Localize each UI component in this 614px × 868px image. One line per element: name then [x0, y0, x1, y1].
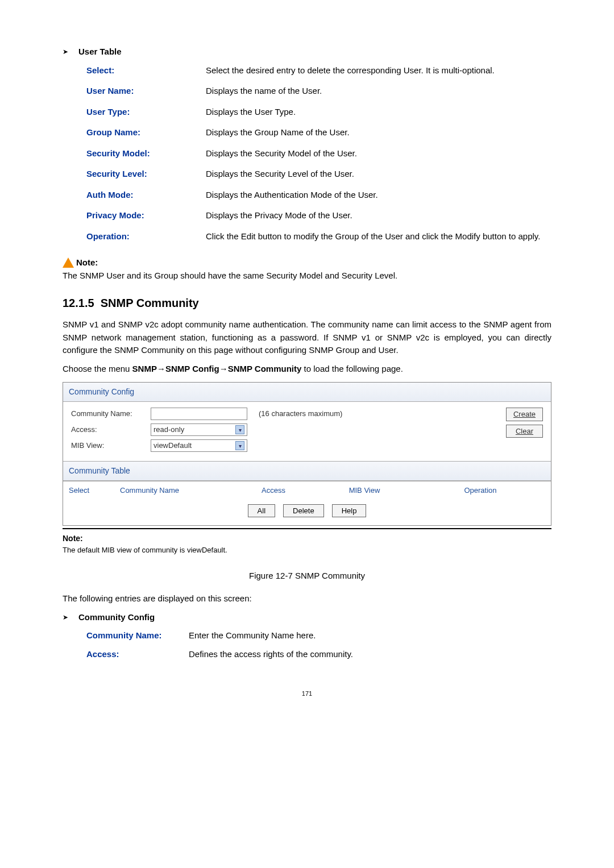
community-name-hint: (16 characters maximum) [259, 408, 342, 420]
community-config-title: Community Config [63, 383, 551, 402]
term-privacy-mode: Privacy Mode: [86, 209, 194, 222]
p2-bold: SNMP→SNMP Config→SNMP Community [132, 364, 302, 373]
term-access: Access: [86, 648, 177, 661]
definition-row: Operation: Click the Edit button to modi… [86, 230, 551, 243]
p2-prefix: Choose the menu [63, 364, 132, 373]
section-paragraph-2: Choose the menu SNMP→SNMP Config→SNMP Co… [63, 363, 551, 376]
chevron-down-icon[interactable]: ▾ [235, 425, 244, 434]
term-user-name: User Name: [86, 85, 194, 98]
desc-user-type: Displays the User Type. [206, 106, 551, 119]
desc-security-model: Displays the Security Model of the User. [206, 147, 551, 160]
mib-view-label: MIB View: [71, 440, 151, 451]
term-community-name: Community Name: [86, 629, 177, 642]
footnote-text: The default MIB view of community is vie… [63, 545, 551, 556]
th-operation: Operation [416, 485, 545, 496]
definition-row: Security Level: Displays the Security Le… [86, 168, 551, 181]
definition-row: User Name: Displays the name of the User… [86, 85, 551, 98]
create-button[interactable]: Create [506, 408, 543, 421]
definition-row: Auth Mode: Displays the Authentication M… [86, 189, 551, 202]
access-label: Access: [71, 424, 151, 435]
definition-row: Privacy Mode: Displays the Privacy Mode … [86, 209, 551, 222]
community-config-heading-label: Community Config [78, 611, 155, 624]
note-text: The SNMP User and its Group should have … [63, 269, 551, 283]
page-number: 171 [63, 689, 551, 699]
desc-access: Defines the access rights of the communi… [189, 648, 353, 661]
definition-row: Access: Defines the access rights of the… [86, 648, 551, 661]
community-config-panel: Community Config Community Name: (16 cha… [63, 382, 551, 526]
desc-user-name: Displays the name of the User. [206, 85, 551, 98]
warning-icon [63, 258, 74, 268]
section-paragraph-1: SNMP v1 and SNMP v2c adopt community nam… [63, 318, 551, 357]
term-select: Select: [86, 64, 194, 77]
definition-row: Select: Select the desired entry to dele… [86, 64, 551, 77]
community-name-label: Community Name: [71, 408, 151, 420]
th-community-name: Community Name [120, 485, 234, 496]
desc-auth-mode: Displays the Authentication Mode of the … [206, 189, 551, 202]
user-table-heading: ➤ User Table [63, 45, 551, 59]
desc-community-name: Enter the Community Name here. [189, 629, 316, 642]
term-operation: Operation: [86, 230, 194, 243]
definition-row: Community Name: Enter the Community Name… [86, 629, 551, 642]
clear-button[interactable]: Clear [506, 425, 543, 438]
side-buttons: Create Clear [506, 408, 543, 438]
desc-select: Select the desired entry to delete the c… [206, 64, 551, 77]
mib-view-value: viewDefault [154, 440, 192, 451]
p2-suffix: to load the following page. [301, 364, 403, 373]
note-heading: Note: [63, 256, 551, 269]
definition-row: User Type: Displays the User Type. [86, 106, 551, 119]
community-config-heading: ➤ Community Config [63, 611, 551, 624]
th-mib-view: MIB View [313, 485, 416, 496]
term-group-name: Group Name: [86, 126, 194, 139]
term-security-level: Security Level: [86, 168, 194, 181]
mib-view-select[interactable]: viewDefault ▾ [151, 439, 247, 452]
table-button-row: All Delete Help [63, 500, 551, 526]
footnote-label: Note: [63, 533, 551, 545]
term-security-model: Security Model: [86, 147, 194, 160]
chevron-right-icon: ➤ [63, 47, 68, 57]
term-auth-mode: Auth Mode: [86, 189, 194, 202]
desc-privacy-mode: Displays the Privacy Mode of the User. [206, 209, 551, 222]
all-button[interactable]: All [248, 504, 275, 518]
community-name-row: Community Name: (16 characters maximum) [71, 408, 506, 420]
section-heading: 12.1.5 SNMP Community [63, 294, 551, 312]
mib-view-row: MIB View: viewDefault ▾ [71, 439, 506, 452]
panel-footnote: Note: The default MIB view of community … [63, 528, 551, 556]
desc-group-name: Displays the Group Name of the User. [206, 126, 551, 139]
desc-operation: Click the Edit button to modify the Grou… [206, 230, 551, 243]
community-table-title: Community Table [63, 461, 551, 481]
chevron-right-icon: ➤ [63, 612, 68, 622]
access-row: Access: read-only ▾ [71, 423, 506, 436]
section-title: SNMP Community [101, 297, 199, 309]
community-name-input[interactable] [151, 408, 247, 420]
after-figure-text: The following entries are displayed on t… [63, 592, 551, 605]
community-table-header: Select Community Name Access MIB View Op… [63, 481, 551, 500]
th-access: Access [234, 485, 313, 496]
desc-security-level: Displays the Security Level of the User. [206, 168, 551, 181]
th-select: Select [69, 485, 120, 496]
help-button[interactable]: Help [332, 504, 367, 518]
user-table-label: User Table [78, 45, 122, 59]
access-select[interactable]: read-only ▾ [151, 423, 247, 436]
figure-caption: Figure 12-7 SNMP Community [63, 570, 551, 583]
note-label: Note: [76, 256, 98, 269]
chevron-down-icon[interactable]: ▾ [235, 441, 244, 450]
term-user-type: User Type: [86, 106, 194, 119]
section-number: 12.1.5 [63, 297, 94, 309]
delete-button[interactable]: Delete [283, 504, 324, 518]
definition-row: Group Name: Displays the Group Name of t… [86, 126, 551, 139]
community-config-body: Community Name: (16 characters maximum) … [63, 402, 551, 461]
definition-row: Security Model: Displays the Security Mo… [86, 147, 551, 160]
access-value: read-only [154, 424, 184, 435]
